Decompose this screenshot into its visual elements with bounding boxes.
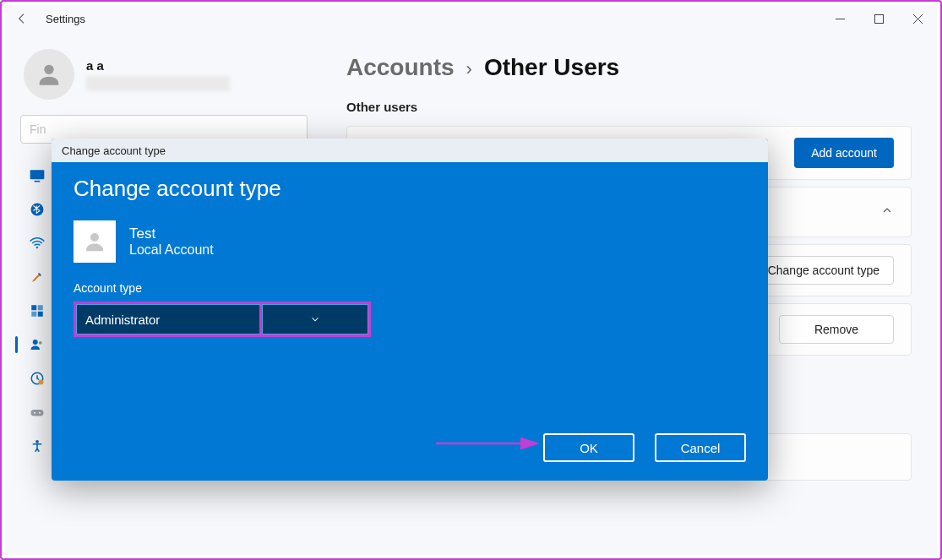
svg-rect-6	[31, 305, 36, 310]
back-button[interactable]	[12, 8, 32, 29]
system-icon	[29, 167, 46, 184]
chevron-up-icon	[880, 204, 894, 220]
person-icon	[29, 336, 46, 353]
svg-rect-9	[38, 312, 43, 317]
change-account-type-dialog: Change account type Change account type …	[52, 139, 768, 481]
breadcrumb-other-users: Other Users	[484, 54, 619, 81]
dialog-avatar	[74, 220, 116, 263]
account-type-select[interactable]: Administrator	[74, 302, 371, 337]
svg-point-16	[39, 412, 41, 414]
breadcrumb: Accounts › Other Users	[346, 54, 912, 81]
svg-rect-2	[30, 170, 45, 179]
gamepad-icon	[29, 404, 46, 421]
svg-rect-8	[31, 312, 36, 317]
svg-point-15	[34, 412, 35, 414]
wifi-icon	[29, 235, 46, 252]
dialog-title-text: Change account type	[62, 144, 166, 157]
svg-point-17	[35, 440, 39, 443]
profile-name: a a	[86, 58, 230, 73]
minimize-button[interactable]	[820, 5, 859, 32]
accessibility-icon	[29, 438, 46, 454]
window-title: Settings	[46, 13, 85, 25]
apps-icon	[29, 302, 46, 319]
dialog-heading: Change account type	[74, 176, 746, 202]
add-account-button[interactable]: Add account	[794, 138, 894, 168]
svg-rect-7	[38, 305, 43, 310]
svg-point-13	[39, 380, 44, 385]
close-button[interactable]	[898, 5, 937, 32]
section-heading-other-users: Other users	[346, 100, 912, 114]
svg-rect-0	[874, 14, 883, 23]
dialog-titlebar: Change account type	[52, 139, 768, 162]
account-type-selected-value: Administrator	[85, 313, 160, 327]
chevron-down-icon[interactable]	[262, 304, 368, 334]
svg-point-1	[44, 65, 53, 74]
profile-email-blurred	[86, 76, 230, 91]
titlebar: Settings	[5, 5, 937, 32]
svg-point-10	[33, 340, 38, 345]
ok-button[interactable]: OK	[543, 433, 634, 462]
cancel-button[interactable]: Cancel	[655, 433, 746, 462]
profile-block[interactable]: a a	[20, 49, 318, 100]
svg-point-11	[39, 341, 42, 345]
breadcrumb-separator: ›	[466, 58, 472, 80]
change-account-type-button[interactable]: Change account type	[754, 256, 894, 285]
clock-icon	[29, 370, 46, 387]
svg-rect-14	[31, 410, 44, 416]
search-placeholder: Find a setting	[30, 122, 46, 136]
svg-point-4	[31, 204, 44, 216]
bluetooth-icon	[29, 201, 46, 218]
brush-icon	[29, 269, 46, 285]
svg-point-5	[36, 247, 39, 249]
breadcrumb-accounts[interactable]: Accounts	[346, 54, 455, 81]
dialog-user-name: Test	[129, 226, 214, 242]
remove-button[interactable]: Remove	[779, 315, 894, 344]
svg-point-18	[90, 233, 99, 242]
account-type-label: Account type	[74, 281, 746, 295]
avatar	[24, 49, 74, 100]
dialog-user-subtitle: Local Account	[129, 242, 214, 258]
svg-rect-3	[35, 181, 41, 182]
maximize-button[interactable]	[859, 5, 898, 32]
